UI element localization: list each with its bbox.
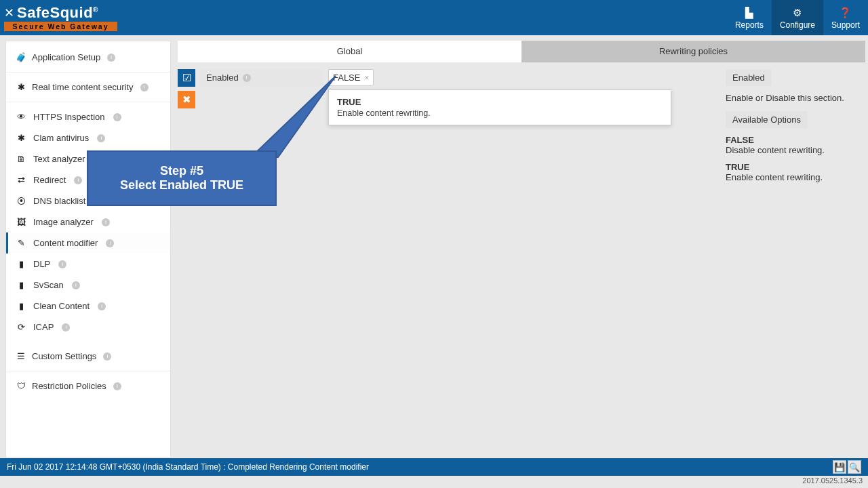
item-icon: ⦿: [16, 196, 26, 206]
info-option: FALSEDisable content rewriting.: [726, 135, 859, 155]
sidebar-item-svscan[interactable]: ▮SvScan i: [6, 274, 170, 296]
sidebar-item-clam-antivirus[interactable]: ✱Clam antivirus i: [6, 127, 170, 148]
sidebar-item-clean-content[interactable]: ▮Clean Content i: [6, 296, 170, 317]
item-icon: 🖼: [16, 217, 26, 227]
svg-marker-0: [251, 76, 336, 157]
sidebar-item-content-modifier[interactable]: ✎Content modifier i: [6, 232, 170, 253]
shield-icon: 🛡: [16, 381, 26, 391]
info-icon[interactable]: i: [102, 218, 110, 226]
sidebar-item-restriction-policies[interactable]: 🛡 Restriction Policies i: [6, 371, 170, 401]
info-desc: Enable or Disable this section.: [726, 93, 859, 104]
gears-icon: ⚙: [793, 7, 802, 19]
save-icon[interactable]: 💾: [833, 460, 846, 474]
bug-icon: ✱: [16, 82, 26, 92]
info-icon[interactable]: i: [98, 302, 106, 310]
sidebar-item-icap[interactable]: ⟳ICAP i: [6, 317, 170, 338]
logo-icon: ✕: [4, 5, 14, 20]
info-icon[interactable]: i: [74, 176, 82, 184]
sidebar-item-application-setup[interactable]: 🧳 Application Setup i: [6, 43, 170, 73]
nav-configure[interactable]: ⚙Configure: [772, 0, 823, 35]
info-icon[interactable]: i: [113, 113, 121, 121]
info-icon[interactable]: i: [103, 352, 111, 361]
brand-name: SafeSquid®: [17, 4, 98, 22]
info-icon[interactable]: i: [106, 239, 114, 247]
info-column: Enabled Enable or Disable this section. …: [724, 69, 865, 189]
sidebar-item-realtime-security[interactable]: ✱ Real time content security i: [6, 73, 170, 102]
info-icon[interactable]: i: [113, 382, 121, 390]
item-icon: ▮: [16, 280, 26, 290]
sidebar-sublist: 👁HTTPS Inspection i✱Clam antivirus i🗎Tex…: [6, 102, 170, 342]
sliders-icon: ☰: [16, 351, 26, 361]
chart-icon: ▙: [745, 7, 753, 19]
topbar: ✕ SafeSquid® Secure Web Gateway ▙Reports…: [0, 0, 868, 35]
sidebar-item-image-analyzer[interactable]: 🖼Image analyzer i: [6, 211, 170, 232]
nav-reports[interactable]: ▙Reports: [727, 0, 772, 35]
help-icon: ❓: [839, 7, 852, 19]
item-icon: 🗎: [16, 154, 26, 164]
option-true[interactable]: TRUE: [337, 97, 663, 107]
item-icon: ▮: [16, 301, 26, 311]
item-icon: ⟳: [16, 322, 26, 332]
briefcase-icon: 🧳: [16, 52, 26, 62]
info-icon[interactable]: i: [58, 260, 66, 268]
item-icon: 👁: [16, 112, 26, 122]
info-icon[interactable]: i: [97, 134, 105, 142]
info-icon[interactable]: i: [107, 54, 115, 62]
search-icon[interactable]: 🔍: [848, 460, 861, 474]
status-icons: 💾 🔍: [833, 460, 861, 474]
item-icon: ⇄: [16, 175, 26, 185]
item-icon: ✱: [16, 133, 26, 143]
layout: 🧳 Application Setup i ✱ Real time conten…: [0, 35, 868, 458]
brand: ✕ SafeSquid® Secure Web Gateway: [4, 4, 117, 31]
sidebar-item-dlp[interactable]: ▮DLP i: [6, 253, 170, 274]
tabs: Global Rewriting policies: [178, 41, 865, 62]
nav-support[interactable]: ❓Support: [823, 0, 868, 35]
status-bar: Fri Jun 02 2017 12:14:48 GMT+0530 (India…: [0, 458, 868, 476]
tutorial-callout: Step #5 Select Enabled TRUE: [87, 150, 277, 206]
sidebar-item-custom-settings[interactable]: ☰ Custom Settings i: [6, 342, 170, 371]
status-text: Fri Jun 02 2017 12:14:48 GMT+0530 (India…: [7, 462, 369, 472]
cancel-button[interactable]: ✖: [178, 91, 195, 108]
info-icon[interactable]: i: [140, 83, 149, 92]
info-icon[interactable]: i: [62, 323, 70, 331]
info-icon[interactable]: i: [72, 281, 80, 289]
info-heading: Enabled: [726, 69, 772, 86]
item-icon: ▮: [16, 259, 26, 269]
sidebar-item-https-inspection[interactable]: 👁HTTPS Inspection i: [6, 106, 170, 127]
option-true-desc: Enable content rewriting.: [337, 108, 663, 118]
tab-rewriting-policies[interactable]: Rewriting policies: [521, 41, 865, 62]
info-option: TRUEEnable content rewriting.: [726, 162, 859, 182]
version-label: 2017.0525.1345.3: [0, 476, 868, 488]
confirm-button[interactable]: ☑: [178, 69, 195, 87]
sidebar: 🧳 Application Setup i ✱ Real time conten…: [5, 41, 171, 458]
item-icon: ✎: [16, 238, 26, 248]
callout-line2: Select Enabled TRUE: [120, 178, 243, 192]
tab-global[interactable]: Global: [178, 41, 521, 62]
topnav: ▙Reports ⚙Configure ❓Support: [727, 0, 868, 35]
info-available-options: Available Options: [726, 111, 808, 128]
brand-tagline: Secure Web Gateway: [4, 22, 117, 31]
callout-line1: Step #5: [160, 164, 203, 178]
enabled-dropdown[interactable]: TRUE Enable content rewriting.: [328, 89, 671, 125]
clear-icon[interactable]: ×: [364, 73, 369, 83]
